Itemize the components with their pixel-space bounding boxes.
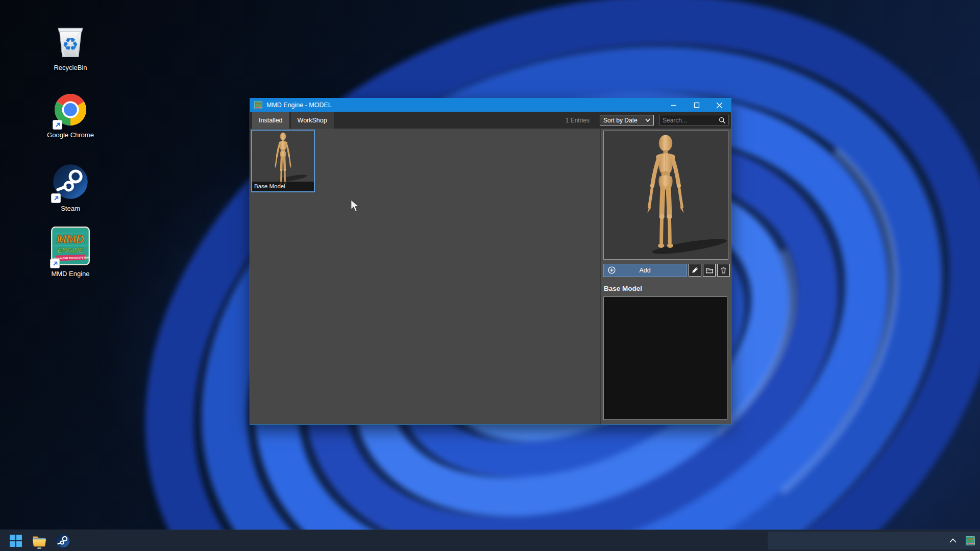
model-name: Base Model (604, 285, 642, 292)
model-card-label: Base Model (252, 182, 314, 191)
minimize-button[interactable] (662, 98, 685, 112)
pencil-icon (691, 266, 699, 274)
maximize-icon (694, 102, 700, 108)
desktop-icon-label: Google Chrome (47, 131, 94, 139)
desktop-icon-steam[interactable]: Steam (40, 163, 101, 213)
window-title: MMD Engine - MODEL (266, 102, 332, 109)
desktop-icon-label: RecycleBin (54, 64, 87, 72)
mmd-tray-icon (966, 536, 975, 545)
trash-icon (720, 266, 727, 274)
recycle-bin-icon (52, 22, 89, 59)
taskbar-apps (7, 530, 71, 551)
desktop: MMD ENGINE CHARACTER TOUCH SYSTEM (0, 0, 980, 551)
taskbar (0, 530, 980, 551)
search-input[interactable] (663, 117, 719, 124)
model-card-base-model[interactable]: Base Model (251, 130, 315, 192)
plus-circle-icon (608, 266, 616, 274)
detail-panel: Add (601, 129, 731, 424)
delete-button[interactable] (717, 264, 730, 277)
model-actions: Add (603, 263, 730, 277)
chevron-down-icon (645, 118, 650, 122)
windows-logo-icon (9, 534, 22, 547)
model-preview-figure (604, 131, 728, 259)
window-titlebar[interactable]: MMD Engine - MODEL (250, 98, 731, 112)
sort-dropdown[interactable]: Sort by Date (600, 115, 654, 126)
desktop-icon-recycle-bin[interactable]: RecycleBin (40, 22, 101, 72)
sort-value: Sort by Date (603, 117, 638, 124)
maximize-button[interactable] (685, 98, 708, 112)
taskbar-steam[interactable] (54, 532, 71, 549)
model-description-box (603, 296, 727, 420)
edit-button[interactable] (689, 264, 701, 277)
desktop-icon-label: MMD Engine (51, 270, 89, 278)
shortcut-arrow-icon (51, 193, 61, 203)
desktop-icon-google-chrome[interactable]: Google Chrome (40, 93, 101, 139)
minimize-icon (671, 102, 677, 108)
search-icon (719, 117, 726, 124)
mouse-cursor (350, 199, 360, 213)
shortcut-arrow-icon (50, 259, 60, 268)
taskbar-file-explorer[interactable] (31, 532, 48, 549)
mmd-engine-window: MMD Engine - MODEL Installed WorkShop 1 … (250, 98, 731, 425)
close-button[interactable] (708, 98, 731, 112)
folder-icon (705, 266, 714, 274)
steam-icon (56, 534, 70, 548)
file-explorer-icon (32, 533, 47, 548)
desktop-icon-label: Steam (61, 205, 80, 213)
model-preview (603, 131, 728, 260)
tab-bar: Installed WorkShop 1 Entries Sort by Dat… (250, 112, 731, 129)
running-indicator (37, 547, 41, 549)
add-button-label: Add (616, 267, 674, 274)
tab-installed[interactable]: Installed (252, 112, 289, 129)
system-tray (946, 530, 977, 551)
model-grid: Base Model (250, 129, 600, 424)
entries-count: 1 Entries (566, 117, 590, 124)
add-button[interactable]: Add (603, 264, 687, 277)
tray-mmd-engine[interactable] (964, 534, 977, 547)
toolbar: 1 Entries Sort by Date (566, 112, 731, 129)
desktop-icon-mmd-engine[interactable]: MMD Engine (40, 227, 101, 278)
tray-show-hidden-icons[interactable] (946, 534, 960, 547)
tab-workshop[interactable]: WorkShop (291, 112, 334, 129)
start-button[interactable] (7, 532, 24, 549)
close-icon (716, 102, 723, 109)
shortcut-arrow-icon (53, 120, 62, 130)
chevron-up-icon (949, 538, 957, 543)
open-folder-button[interactable] (703, 264, 716, 277)
search-box[interactable] (659, 115, 729, 126)
app-icon (254, 101, 262, 109)
